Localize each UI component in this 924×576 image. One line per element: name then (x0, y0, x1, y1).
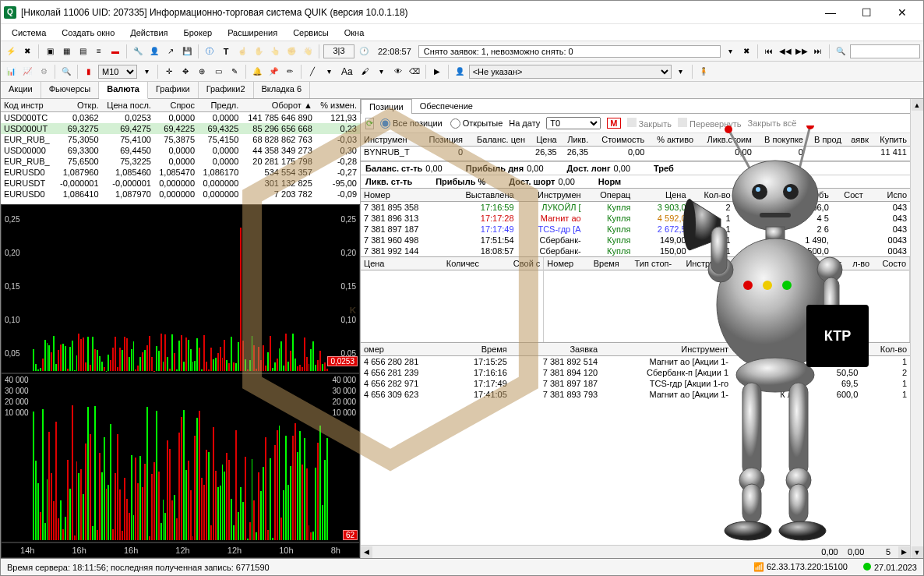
subtab-collateral[interactable]: Обеспечение (412, 99, 481, 113)
minimize-button[interactable]: — (813, 1, 848, 24)
order-row[interactable]: 7 381 960 49817:51:54Сбербанк-Купля149,0… (361, 235, 910, 246)
user-icon[interactable]: 👤 (453, 65, 467, 79)
tool-3-icon[interactable]: ⚙ (37, 65, 51, 79)
brush-icon[interactable]: 🖌 (358, 65, 372, 79)
deal-row[interactable]: 4 656 280 28117:15:257 381 892 514Магнит… (361, 356, 910, 368)
timeframe-select[interactable]: M10 (98, 65, 137, 79)
person-icon[interactable]: 🧍 (697, 65, 711, 79)
line2-icon[interactable]: ▾ (322, 65, 336, 79)
delete-icon[interactable]: ✖ (739, 44, 753, 58)
order-row[interactable]: 7 381 895 35817:16:59ЛУКОЙЛ [Купля3 903,… (361, 202, 910, 214)
order-row[interactable]: 7 381 896 31317:17:28Магнит аоКупля4 592… (361, 213, 910, 224)
quote-row[interactable]: EURUSD01,0864101,0879700,0000000,0000007… (1, 189, 360, 200)
info-icon[interactable]: ⓘ (203, 44, 217, 58)
table-icon[interactable]: ▦ (59, 44, 73, 58)
close-button[interactable]: ✕ (884, 1, 920, 24)
pin-icon[interactable]: 📌 (266, 65, 280, 79)
menu-windows[interactable]: Окна (338, 27, 371, 39)
first-icon[interactable]: ⏮ (762, 44, 776, 58)
zoom-icon[interactable]: 🔍 (59, 65, 73, 79)
run-icon[interactable]: ▶ (430, 65, 444, 79)
scroll-left-icon[interactable]: ◀ (361, 546, 372, 558)
bell-icon[interactable]: 🔔 (250, 65, 264, 79)
eye-icon[interactable]: 👁 (391, 65, 405, 79)
volume-chart[interactable]: 40 000 40 000 30 000 30 000 20 000 20 00… (1, 373, 360, 542)
prev-icon[interactable]: ◀◀ (778, 44, 792, 58)
chart-area[interactable]: 0,25 0,25 0,20 0,20 0,15 0,15 0,10 0,10 … (1, 204, 360, 558)
radio-all-positions[interactable]: Все позиции (380, 118, 443, 129)
tool-2-icon[interactable]: 📈 (20, 65, 34, 79)
save-icon[interactable]: 💾 (180, 44, 194, 58)
subtab-positions[interactable]: Позиции (361, 99, 412, 114)
rect-icon[interactable]: ▭ (211, 65, 225, 79)
eraser-icon[interactable]: ⌫ (407, 65, 421, 79)
deal-row[interactable]: 4 656 309 62317:41:057 381 893 793Магнит… (361, 389, 910, 400)
hand-icon-3[interactable]: 👆 (268, 44, 282, 58)
last-icon[interactable]: ⏭ (811, 44, 825, 58)
quote-row[interactable]: USD000UT69,327569,427569,422569,432585 2… (1, 123, 360, 134)
connect-icon[interactable]: ⚡ (4, 44, 18, 58)
date-select[interactable]: T0 (546, 117, 601, 129)
drop-icon[interactable]: ▾ (139, 65, 153, 79)
chart-icon[interactable]: ▬ (108, 44, 122, 58)
quote-row[interactable]: USD000TC0,03620,02530,00000,0000141 785 … (1, 112, 360, 124)
deal-row[interactable]: 4 656 281 23917:16:167 381 894 120Сберба… (361, 367, 910, 378)
radio-open-positions[interactable]: Открытые (450, 118, 503, 129)
tab-futures[interactable]: Фьючерсы (41, 82, 99, 98)
quote-row[interactable]: EURUSDT-0,000001-0,0000010,0000000,00000… (1, 178, 360, 189)
menu-broker[interactable]: Брокер (178, 27, 219, 39)
btn-close-all[interactable]: Закрыть всё (748, 118, 797, 128)
tab-stocks[interactable]: Акции (1, 82, 41, 98)
admin-icon[interactable]: 👤 (147, 44, 161, 58)
tool-1-icon[interactable]: 📊 (4, 65, 18, 79)
tab-charts2[interactable]: Графики2 (199, 82, 254, 98)
refresh-icon[interactable]: ⟳ (365, 118, 374, 129)
order-row[interactable]: 7 381 897 18717:17:49TCS-гдр [АКупля2 67… (361, 224, 910, 235)
scroll-down-icon[interactable]: ▼ (912, 546, 923, 558)
hand-icon-4[interactable]: ✊ (284, 44, 298, 58)
pencil-icon[interactable]: ✏ (283, 65, 297, 79)
line-icon[interactable]: ╱ (305, 65, 319, 79)
tab-currency[interactable]: Валюта (99, 82, 148, 99)
quotes-header[interactable]: Откр. (55, 99, 102, 112)
quote-row[interactable]: EURUSD01,0879601,0854601,0854701,0861705… (1, 167, 360, 178)
cross-icon[interactable]: ✛ (162, 65, 176, 79)
right-scrollbar-v[interactable]: ▲ ▼ (910, 99, 923, 558)
maximize-button[interactable]: ☐ (848, 1, 884, 24)
filter-drop-icon[interactable]: ▾ (674, 65, 688, 79)
btn-close[interactable]: Закрыть (639, 119, 672, 129)
order-row[interactable]: 7 381 992 14418:08:57Сбербанк-Купля150,0… (361, 246, 910, 256)
candle-icon[interactable]: ▮ (82, 65, 96, 79)
quotes-header[interactable]: Предл. (198, 99, 242, 112)
tab-charts[interactable]: Графики (148, 82, 199, 98)
target-icon[interactable]: ⊕ (195, 65, 209, 79)
search-icon[interactable]: 🔍 (834, 44, 848, 58)
search-input[interactable] (850, 44, 920, 58)
menu-create-window[interactable]: Создать окно (55, 27, 121, 39)
quotes-header[interactable]: Спрос (154, 99, 198, 112)
brush2-icon[interactable]: ▾ (375, 65, 389, 79)
next-icon[interactable]: ▶▶ (795, 44, 809, 58)
scroll-right-icon[interactable]: ▶ (898, 546, 910, 558)
menu-services[interactable]: Сервисы (287, 27, 335, 39)
menu-extensions[interactable]: Расширения (221, 27, 284, 39)
deal-row[interactable]: 4 656 282 97117:17:497 381 897 187TCS-гд… (361, 378, 910, 389)
tab-6[interactable]: Вкладка 6 (254, 82, 311, 98)
scroll-up-icon[interactable]: ▲ (912, 99, 923, 111)
quotes-header[interactable]: % измен. (316, 99, 360, 112)
move-icon[interactable]: ✥ (178, 65, 192, 79)
hand-icon-5[interactable]: 👋 (301, 44, 315, 58)
menu-system[interactable]: Система (5, 27, 52, 39)
filter-select[interactable]: <Не указан> (469, 65, 672, 79)
menu-actions[interactable]: Действия (124, 27, 174, 39)
deals-scrollbar-h[interactable]: ◀ 0,00 0,00 5 ▶ (361, 545, 910, 558)
price-chart[interactable]: 0,25 0,25 0,20 0,20 0,15 0,15 0,10 0,10 … (1, 204, 360, 373)
list-icon[interactable]: ≡ (92, 44, 106, 58)
grid-icon[interactable]: ▤ (76, 44, 90, 58)
position-row[interactable]: BYNRUB_T026,3526,350,000,00011 411 (361, 147, 910, 158)
quote-row[interactable]: EUR_RUB_75,650075,32250,00000,000020 281… (1, 156, 360, 167)
text-icon[interactable]: T (219, 44, 233, 58)
quotes-header[interactable]: Оборот ▲ (242, 99, 315, 112)
wrench-icon[interactable]: 🔧 (131, 44, 145, 58)
btn-reverse[interactable]: Перевернуть (689, 119, 742, 129)
